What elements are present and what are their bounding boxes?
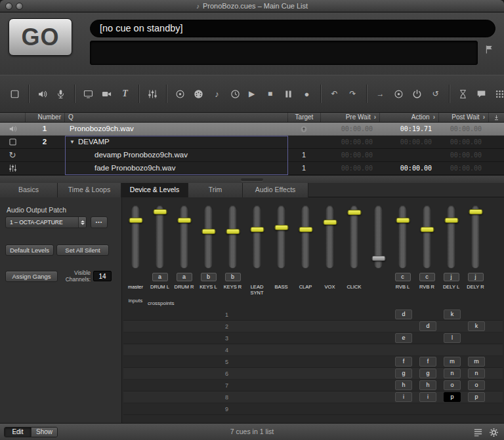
tab-device-levels[interactable]: Device & Levels [121,183,188,197]
crosspoint-cell[interactable]: m [444,357,461,367]
crosspoint-cell[interactable]: n [468,369,485,378]
gang-box[interactable]: c [419,273,435,281]
cue-row[interactable]: 2▼DEVAMP00:00.0000:00.0000:00.00 [0,136,504,149]
fader-handle[interactable] [226,229,240,234]
crosspoint-cell[interactable]: h [419,380,436,390]
fader-track[interactable] [180,205,188,268]
wait-button[interactable] [455,86,471,102]
crosspoint-cell[interactable]: d [419,321,436,331]
crosspoint-cell[interactable]: p [444,392,461,402]
fader-track[interactable] [253,205,261,268]
fader-handle[interactable] [177,218,191,223]
column-header-flag[interactable] [488,113,504,122]
crosspoint-cell[interactable]: o [444,380,461,390]
gang-box[interactable]: a [152,273,168,281]
flag-icon[interactable] [481,41,497,57]
pause-button[interactable] [280,86,297,102]
crosspoint-cell[interactable]: k [468,321,485,331]
gang-box[interactable]: c [395,273,411,281]
column-header-target[interactable]: Target [287,113,320,122]
fader-track[interactable] [204,205,213,268]
fader-track[interactable] [131,205,140,268]
fader-handle[interactable] [396,218,410,223]
stop-button[interactable]: ■ [262,86,278,102]
fader-handle[interactable] [371,256,385,261]
column-header-pre-wait[interactable]: Pre Wait› [320,113,379,122]
add-group-cue-button[interactable] [7,86,23,102]
fader-handle[interactable] [323,220,337,225]
fader-handle[interactable] [201,229,215,234]
crosspoint-cell[interactable]: m [468,357,485,367]
add-fade-cue-button[interactable] [144,86,161,102]
crosspoint-cell[interactable]: e [395,333,412,343]
gang-box[interactable]: a [177,273,192,281]
fader-handle[interactable] [274,225,288,230]
fader-handle[interactable] [420,227,434,232]
panic-button[interactable] [409,86,425,102]
go-button[interactable]: GO [9,18,72,56]
crosspoint-cell[interactable]: f [419,357,436,367]
fader-track[interactable] [228,205,237,268]
fader-track[interactable] [374,205,383,268]
set-all-silent-button[interactable]: Set All Silent [56,245,109,256]
fader-track[interactable] [277,205,285,268]
add-video-cue-button[interactable] [80,86,96,102]
crosspoint-cell[interactable]: k [444,310,461,319]
fader-handle[interactable] [444,218,458,223]
redo-button[interactable]: ↷ [345,86,361,102]
cue-lists-icon[interactable] [472,427,483,437]
add-camera-cue-button[interactable] [98,86,115,102]
crosspoint-cell[interactable]: g [419,369,436,378]
crosspoint-cell[interactable]: n [444,369,461,378]
tab-trim[interactable]: Trim [188,183,243,197]
record-button[interactable]: ● [299,86,315,102]
cue-row[interactable]: 1Pronobozo9ch.wav00:00.0000:19.7100:00.0… [0,123,504,136]
gang-box[interactable]: j [444,273,459,281]
crosspoint-cell[interactable]: p [468,392,485,402]
fader-handle[interactable] [299,227,312,232]
add-timecode-cue-button[interactable] [227,86,243,102]
disclosure-triangle-icon[interactable]: ▼ [70,139,75,145]
add-osc-cue-button[interactable] [172,86,188,102]
fader-track[interactable] [350,205,358,268]
fader-track[interactable] [301,205,310,268]
add-mic-cue-button[interactable] [52,86,69,102]
assign-gangs-button[interactable]: Assign Gangs [5,271,58,282]
load-button[interactable] [390,86,407,102]
default-levels-button[interactable]: Default Levels [5,245,54,256]
fader-track[interactable] [326,205,334,268]
undo-button[interactable]: ↶ [326,86,343,102]
column-header-action[interactable]: Action› [379,113,438,122]
add-music-cue-button[interactable]: ♪ [209,86,225,102]
fader-track[interactable] [423,205,431,268]
show-mode-button[interactable]: Show [31,428,57,437]
crosspoint-cell[interactable]: f [395,357,412,367]
edit-mode-button[interactable]: Edit [5,428,31,437]
resume-button[interactable]: → [372,86,388,102]
splitter-grip-icon[interactable] [241,178,263,181]
gang-box[interactable]: b [225,273,241,281]
play-button[interactable]: ▶ [243,86,260,102]
crosspoint-cell[interactable]: h [395,380,412,390]
column-header-q[interactable]: Q [64,113,287,122]
fader-track[interactable] [471,205,480,268]
crosspoint-cell[interactable]: g [395,369,412,378]
add-midi-cue-button[interactable] [190,86,207,102]
gang-box[interactable]: b [201,273,217,281]
column-header-number[interactable]: Number [25,113,64,122]
crosspoint-cell[interactable]: d [395,310,412,319]
fader-handle[interactable] [153,209,167,214]
workspace-settings-button[interactable] [492,86,504,102]
column-header-post-wait[interactable]: Post Wait› [438,113,488,122]
gear-icon[interactable] [488,427,499,437]
crosspoint-cell[interactable]: o [468,380,485,390]
crosspoint-cell[interactable]: l [444,333,461,343]
add-audio-cue-button[interactable] [34,86,51,102]
fader-track[interactable] [447,205,455,268]
fader-track[interactable] [398,205,407,268]
gang-box[interactable]: j [468,273,484,281]
splitter[interactable] [0,175,504,183]
fader-handle[interactable] [129,218,142,223]
notes-field[interactable] [90,41,478,65]
reset-button[interactable]: ↺ [427,86,444,102]
